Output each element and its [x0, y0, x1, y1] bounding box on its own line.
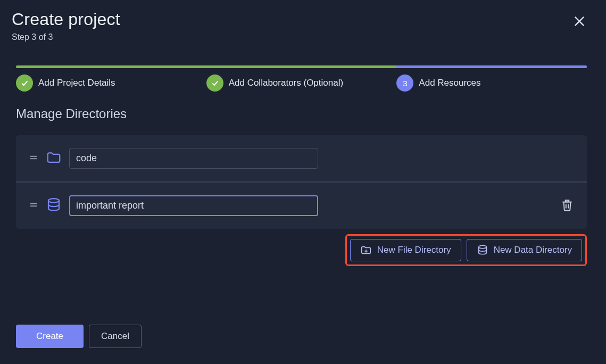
modal-subtitle: Step 3 of 3 — [12, 32, 120, 42]
step-collaborators[interactable]: Add Collaborators (Optional) — [206, 75, 397, 92]
drag-handle-icon — [29, 200, 38, 210]
progress-bar — [16, 65, 587, 68]
directory-name-input[interactable] — [69, 195, 318, 216]
step-project-details[interactable]: Add Project Details — [16, 75, 206, 92]
check-icon — [20, 79, 29, 87]
close-button[interactable] — [569, 11, 590, 32]
svg-point-11 — [478, 245, 486, 249]
progress-segment-active — [396, 65, 587, 68]
delete-directory-button[interactable] — [560, 198, 574, 214]
step-badge-done — [206, 75, 223, 92]
check-icon — [211, 79, 219, 87]
drag-handle[interactable] — [29, 200, 38, 212]
cancel-button[interactable]: Cancel — [89, 325, 142, 348]
progress-segment-complete — [16, 65, 396, 68]
folder-icon — [46, 150, 62, 168]
step-label: Add Resources — [419, 78, 480, 88]
directory-row — [16, 181, 587, 229]
step-badge-active: 3 — [396, 75, 413, 92]
svg-point-6 — [48, 198, 59, 203]
create-button[interactable]: Create — [16, 325, 84, 348]
drag-handle[interactable] — [29, 153, 38, 164]
new-directory-actions: New File Directory New Data Directory — [345, 234, 587, 266]
database-icon — [477, 244, 488, 256]
drag-handle-icon — [29, 153, 38, 162]
folder-plus-icon — [360, 244, 372, 256]
directories-panel — [16, 135, 587, 229]
step-label: Add Collaborators (Optional) — [229, 78, 343, 88]
new-file-directory-button[interactable]: New File Directory — [350, 239, 461, 261]
new-data-directory-button[interactable]: New Data Directory — [467, 239, 582, 261]
section-title: Manage Directories — [0, 92, 603, 128]
close-icon — [572, 14, 587, 29]
step-label: Add Project Details — [38, 78, 115, 88]
button-label: New File Directory — [377, 245, 451, 255]
directory-name-input[interactable] — [69, 148, 318, 169]
modal-title: Create project — [12, 10, 120, 29]
database-icon — [46, 197, 62, 215]
trash-icon — [560, 198, 574, 212]
step-add-resources[interactable]: 3 Add Resources — [396, 75, 587, 92]
step-badge-done — [16, 75, 33, 92]
directory-row — [16, 135, 587, 181]
button-label: New Data Directory — [494, 245, 572, 255]
